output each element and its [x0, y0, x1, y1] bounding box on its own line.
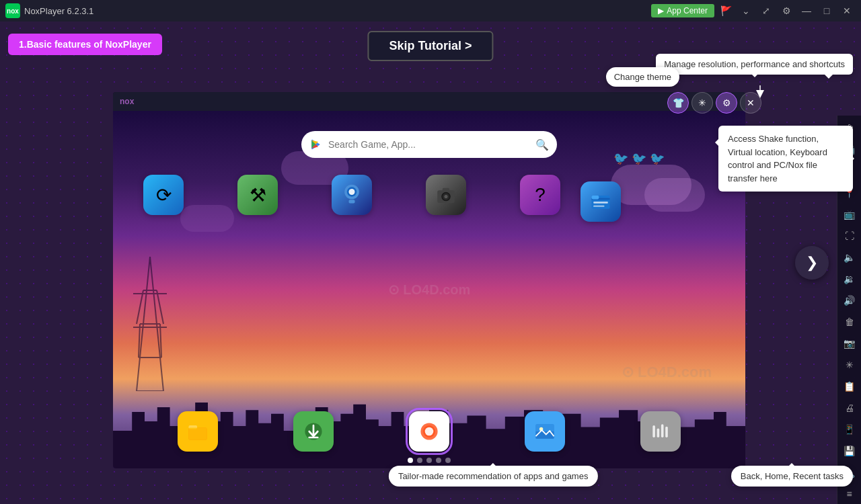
svg-rect-38	[652, 425, 655, 437]
svg-rect-24	[593, 205, 604, 207]
dock-item[interactable]	[521, 408, 568, 455]
toolbar-clipboard-button[interactable]: 📋	[839, 376, 860, 396]
photos-dock-icon	[525, 411, 565, 452]
toolbar-screen-button[interactable]: 📺	[839, 204, 860, 224]
asterisk-icon-button[interactable]: ✳	[691, 92, 713, 114]
gear-icon-button[interactable]: ⚙	[716, 92, 737, 114]
svg-line-9	[160, 324, 161, 358]
page-dot-5[interactable]	[445, 458, 451, 463]
titlebar-right-controls: ▶ App Center 🚩 ⌄ ⤢ ⚙ — □ ✕	[651, 2, 856, 19]
dock-area	[113, 408, 745, 455]
toolbar-menu-button[interactable]: ≡	[839, 484, 860, 504]
toolbar-print-button[interactable]: 🖨	[839, 398, 860, 418]
app-icons-grid: ⟳ ⚒	[140, 171, 718, 225]
files-icon	[581, 181, 621, 222]
settings-button[interactable]: ⚙	[778, 2, 795, 19]
emulator-window: nox	[113, 92, 745, 468]
close-button[interactable]: ✕	[838, 2, 856, 19]
list-item[interactable]	[577, 178, 624, 225]
list-item[interactable]	[422, 171, 470, 218]
tooltip-arrow-shake	[850, 155, 858, 163]
toolbar-screenshot-button[interactable]: 📷	[839, 333, 860, 353]
tooltip-manage-resolution: Manage resolution, performance and short…	[656, 54, 853, 75]
svg-point-33	[425, 427, 434, 436]
tooltip-arrow	[751, 73, 759, 81]
page-dot-4[interactable]	[436, 458, 441, 463]
titlebar: nox NoxPlayer 6.2.3.1 ▶ App Center 🚩 ⌄ ⤢…	[0, 0, 861, 22]
chromium-icon: ⟳	[143, 175, 184, 215]
power-tower	[133, 257, 167, 391]
tooltip-shake-function: Access Shake function, Virtual location,…	[718, 126, 853, 192]
chat-icon	[332, 175, 372, 215]
search-bar[interactable]: 🔍	[301, 131, 557, 158]
svg-line-6	[137, 290, 143, 324]
help-icon: ?	[520, 175, 560, 215]
page-dot-1[interactable]	[408, 458, 413, 463]
list-item[interactable]: ⚒	[234, 171, 281, 218]
emulator-close-icon-button[interactable]: ✕	[740, 92, 761, 114]
tooltip-change-theme: Change theme	[606, 67, 679, 87]
app-name-label: NoxPlayer 6.2.3.1	[24, 6, 93, 16]
svg-rect-25	[592, 196, 599, 199]
next-arrow-button[interactable]: ❯	[795, 246, 829, 280]
svg-rect-39	[657, 429, 660, 438]
toolbar-volume-mid-button[interactable]: 🔉	[839, 269, 860, 289]
svg-rect-20	[443, 188, 449, 192]
camera-icon	[426, 175, 466, 215]
folder-dock-icon	[178, 411, 218, 452]
list-item[interactable]: ⟳	[140, 171, 187, 218]
app-center-button[interactable]: ▶ App Center	[651, 4, 714, 17]
emulator-top-icons: 👕 ✳ ⚙ ✕	[667, 92, 761, 114]
tooltip-arrow-tailor	[489, 459, 497, 467]
pagination-dots	[408, 458, 451, 463]
google-play-icon	[309, 138, 323, 151]
play-icon: ▶	[658, 6, 664, 15]
dock-item[interactable]	[637, 408, 684, 455]
svg-line-8	[139, 324, 140, 358]
dock-item-active[interactable]	[406, 408, 453, 455]
list-item[interactable]	[328, 171, 375, 218]
svg-rect-28	[189, 428, 207, 440]
skip-tutorial-button[interactable]: Skip Tutorial >	[367, 31, 493, 61]
flag-button[interactable]: 🚩	[717, 2, 735, 19]
svg-rect-15	[349, 200, 355, 203]
tooltip-back-home: Back, Home, Recent tasks	[731, 466, 853, 487]
theme-icon-button[interactable]: 👕	[667, 92, 689, 114]
download-dock-icon	[293, 411, 334, 452]
expand-button[interactable]: ⌄	[737, 2, 755, 19]
birds-silhouette: 🐦 🐦 🐦	[613, 151, 665, 166]
toolbar-fullscreen-button[interactable]: ⛶	[839, 226, 860, 246]
search-input[interactable]	[328, 139, 530, 150]
emulator-logo: nox	[120, 97, 134, 106]
svg-rect-41	[665, 427, 668, 437]
svg-line-7	[157, 290, 163, 324]
list-item[interactable]: ?	[517, 171, 564, 218]
equalizer-dock-icon	[640, 411, 681, 452]
dock-item[interactable]	[174, 408, 221, 455]
maximize-button[interactable]: □	[818, 2, 835, 19]
svg-rect-40	[661, 424, 664, 437]
tooltip-tailor-made: Tailor-made recommendation of apps and g…	[389, 466, 598, 487]
svg-rect-23	[593, 202, 608, 204]
page-dot-3[interactable]	[426, 458, 432, 463]
svg-point-19	[444, 195, 447, 198]
main-area: 1.Basic features of NoxPlayer Skip Tutor…	[0, 22, 861, 504]
dock-item[interactable]	[290, 408, 337, 455]
emulator-titlebar: nox	[113, 92, 745, 111]
app-logo: nox NoxPlayer 6.2.3.1	[5, 3, 93, 18]
toolbar-phone-button[interactable]: 📱	[839, 419, 860, 439]
toolbar-volume-up-button[interactable]: 🔊	[839, 290, 860, 310]
minimize-button[interactable]: —	[798, 2, 815, 19]
toolbar-save-button[interactable]: 💾	[839, 441, 860, 461]
resize-button[interactable]: ⤢	[757, 2, 775, 19]
page-dot-2[interactable]	[417, 458, 422, 463]
toolbar-asterisk-button[interactable]: ✳	[839, 355, 860, 375]
android-screen: ⊙ LO4D.com ⊙ LO4D.com 🐦 🐦 🐦 🔍	[113, 111, 745, 468]
nox-logo-icon: nox	[5, 3, 20, 18]
toolbar-delete2-button[interactable]: 🗑	[839, 312, 860, 332]
tooltip-arrow-back	[788, 459, 796, 467]
toolbar-volume-down-button[interactable]: 🔈	[839, 247, 860, 267]
search-magnify-icon: 🔍	[535, 138, 549, 151]
tools-icon: ⚒	[237, 175, 278, 215]
tutorial-step-badge: 1.Basic features of NoxPlayer	[8, 34, 162, 55]
